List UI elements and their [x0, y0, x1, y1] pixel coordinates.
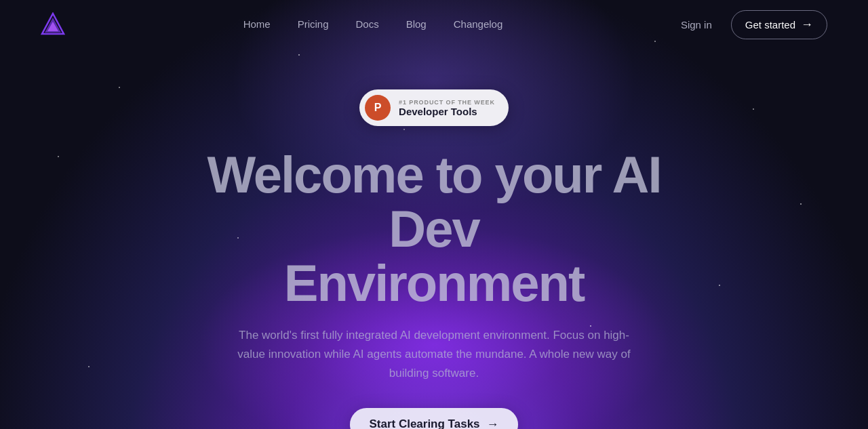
nav-blog[interactable]: Blog: [406, 18, 427, 30]
nav-docs[interactable]: Docs: [356, 18, 379, 30]
hero-title: Welcome to your AI Dev Environment: [156, 148, 712, 310]
logo[interactable]: [41, 12, 65, 37]
badge-title: Developer Tools: [399, 106, 495, 117]
cta-arrow-icon: →: [487, 417, 499, 429]
nav-right: Sign in Get started →: [681, 10, 827, 39]
nav-pricing[interactable]: Pricing: [298, 18, 329, 30]
get-started-button[interactable]: Get started →: [731, 10, 827, 39]
get-started-arrow-icon: →: [801, 18, 813, 32]
hero-subtitle: The world's first fully integrated AI de…: [231, 326, 637, 383]
hero-section: P #1 Product of the Week Developer Tools…: [0, 49, 868, 429]
sign-in-button[interactable]: Sign in: [681, 19, 712, 30]
badge-eyebrow: #1 Product of the Week: [399, 99, 495, 106]
navbar: Home Pricing Docs Blog Changelog Sign in…: [0, 0, 868, 49]
logo-icon: [41, 12, 65, 37]
nav-changelog[interactable]: Changelog: [454, 18, 503, 30]
badge-icon: P: [365, 95, 391, 121]
nav-home[interactable]: Home: [243, 18, 271, 30]
start-clearing-tasks-button[interactable]: Start Clearing Tasks →: [350, 408, 517, 429]
nav-links: Home Pricing Docs Blog Changelog: [243, 18, 503, 30]
product-hunt-badge[interactable]: P #1 Product of the Week Developer Tools: [359, 89, 509, 126]
badge-text: #1 Product of the Week Developer Tools: [399, 99, 495, 117]
